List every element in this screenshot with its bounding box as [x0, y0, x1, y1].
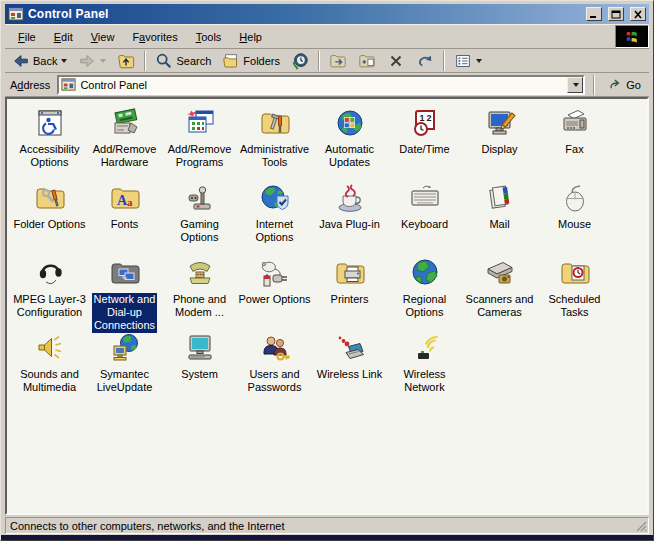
back-button[interactable]: Back [7, 49, 72, 73]
cp-item-label: RegionalOptions [403, 293, 446, 319]
cp-item-wireless-link[interactable]: Wireless Link [312, 328, 387, 403]
forward-button[interactable] [73, 49, 111, 73]
menu-item-favorites[interactable]: Favorites [123, 28, 186, 46]
cp-item-add-remove-programs[interactable]: Add/RemovePrograms [162, 103, 237, 178]
cp-item-printers[interactable]: Printers [312, 253, 387, 328]
cp-item-mail[interactable]: Mail [462, 178, 537, 253]
title-bar: Control Panel [5, 4, 649, 24]
folder-up-icon [117, 52, 135, 70]
cp-item-fonts[interactable]: AaFonts [87, 178, 162, 253]
address-bar: Address Control Panel Go [5, 73, 649, 97]
cp-item-label: Users andPasswords [248, 368, 302, 394]
scheduled-tasks-icon [559, 257, 591, 289]
back-dropdown-icon[interactable] [61, 59, 67, 63]
delete-x-icon [387, 52, 405, 70]
cp-item-symantec-liveupdate[interactable]: SymantecLiveUpdate [87, 328, 162, 403]
cp-item-sounds-and-multimedia[interactable]: Sounds andMultimedia [12, 328, 87, 403]
mail-icon [484, 182, 516, 214]
window-title: Control Panel [28, 7, 582, 21]
delete-button[interactable] [382, 49, 410, 73]
cp-item-administrative-tools[interactable]: AdministrativeTools [237, 103, 312, 178]
copy-to-button[interactable] [353, 49, 381, 73]
svg-text:1: 1 [419, 113, 424, 123]
cp-item-label: AutomaticUpdates [325, 143, 374, 169]
accessibility-icon [34, 107, 66, 139]
cp-item-label: Date/Time [399, 143, 449, 156]
history-button[interactable] [286, 49, 314, 73]
forward-dropdown-icon[interactable] [100, 59, 106, 63]
cp-item-users-and-passwords[interactable]: Users andPasswords [237, 328, 312, 403]
cp-item-regional-options[interactable]: RegionalOptions [387, 253, 462, 328]
internet-options-icon [259, 182, 291, 214]
search-icon [155, 52, 173, 70]
folders-icon [222, 52, 240, 70]
cp-item-mpeg-layer-3-configuration[interactable]: MPEG Layer-3Configuration [12, 253, 87, 328]
cp-item-automatic-updates[interactable]: AutomaticUpdates [312, 103, 387, 178]
display-icon [484, 107, 516, 139]
cp-item-display[interactable]: Display [462, 103, 537, 178]
close-button[interactable] [630, 7, 646, 21]
speaker-icon [34, 332, 66, 364]
folders-button[interactable]: Folders [217, 49, 285, 73]
cp-item-java-plug-in[interactable]: Java Plug-in [312, 178, 387, 253]
views-dropdown-icon[interactable] [476, 59, 482, 63]
up-button[interactable] [112, 49, 140, 73]
cp-item-keyboard[interactable]: Keyboard [387, 178, 462, 253]
cp-item-fax[interactable]: Fax [537, 103, 612, 178]
network-folder-icon [109, 257, 141, 289]
menu-item-help[interactable]: Help [230, 28, 271, 46]
gaming-icon [184, 182, 216, 214]
menu-item-tools[interactable]: Tools [187, 28, 231, 46]
cp-item-network-and-dial-up-connections[interactable]: Network andDial-upConnections [87, 253, 162, 328]
menu-item-view[interactable]: View [82, 28, 124, 46]
arrow-right-icon [78, 52, 96, 70]
go-button[interactable]: Go [603, 75, 646, 94]
cp-item-label: MPEG Layer-3Configuration [13, 293, 86, 319]
cp-item-label: SymantecLiveUpdate [97, 368, 153, 394]
cp-item-mouse[interactable]: Mouse [537, 178, 612, 253]
cp-item-accessibility-options[interactable]: AccessibilityOptions [12, 103, 87, 178]
cp-item-scanners-and-cameras[interactable]: Scanners andCameras [462, 253, 537, 328]
address-combobox[interactable]: Control Panel [57, 75, 585, 95]
cp-item-label: Phone andModem ... [173, 293, 226, 319]
admin-tools-icon [259, 107, 291, 139]
maximize-button[interactable] [608, 7, 624, 21]
menu-item-edit[interactable]: Edit [45, 28, 82, 46]
cp-item-internet-options[interactable]: InternetOptions [237, 178, 312, 253]
address-dropdown-button[interactable] [567, 77, 583, 93]
cp-item-power-options[interactable]: Power Options [237, 253, 312, 328]
go-arrow-icon [608, 77, 623, 92]
search-button[interactable]: Search [150, 49, 216, 73]
cp-item-phone-and-modem[interactable]: Phone andModem ... [162, 253, 237, 328]
cp-item-date-time[interactable]: 12Date/Time [387, 103, 462, 178]
cp-item-scheduled-tasks[interactable]: ScheduledTasks [537, 253, 612, 328]
cp-item-label: Network andDial-upConnections [92, 293, 158, 333]
menu-item-file[interactable]: File [9, 28, 45, 46]
arrow-left-icon [12, 52, 30, 70]
cp-item-label: Folder Options [13, 218, 85, 231]
move-to-button[interactable] [324, 49, 352, 73]
copy-to-folder-icon [358, 52, 376, 70]
resize-grip-icon[interactable] [635, 520, 647, 532]
minimize-button[interactable] [586, 7, 602, 21]
toolbar-separator [318, 51, 320, 71]
undo-button[interactable] [411, 49, 439, 73]
wireless-link-icon [334, 332, 366, 364]
cp-item-label: Add/RemovePrograms [168, 143, 232, 169]
cp-item-wireless-network[interactable]: WirelessNetwork [387, 328, 462, 403]
add-programs-icon [184, 107, 216, 139]
keyboard-icon [409, 182, 441, 214]
undo-arrow-icon [416, 52, 434, 70]
cp-item-system[interactable]: System [162, 328, 237, 403]
headphones-icon [34, 257, 66, 289]
cp-item-gaming-options[interactable]: GamingOptions [162, 178, 237, 253]
cp-item-label: Sounds andMultimedia [20, 368, 79, 394]
control-panel-window-icon [8, 6, 24, 22]
control-panel-small-icon [61, 77, 76, 92]
views-button[interactable] [449, 49, 487, 73]
cp-item-add-remove-hardware[interactable]: Add/RemoveHardware [87, 103, 162, 178]
move-to-folder-icon [329, 52, 347, 70]
cp-item-folder-options[interactable]: Folder Options [12, 178, 87, 253]
cp-item-label: Add/RemoveHardware [93, 143, 157, 169]
status-bar: Connects to other computers, networks, a… [5, 517, 649, 535]
